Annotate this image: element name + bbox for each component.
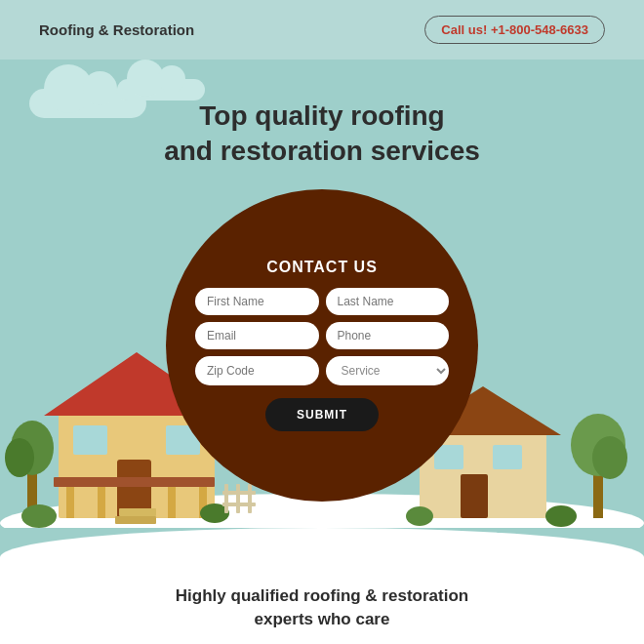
phone-number: +1-800-548-6633: [491, 22, 588, 37]
form-heading: CONTACT US: [266, 259, 378, 276]
header: Roofing & Restoration Call us! +1-800-54…: [0, 0, 644, 60]
logo: Roofing & Restoration: [39, 21, 194, 38]
svg-rect-19: [493, 445, 522, 469]
hero-section: Top quality roofing and restoration serv…: [0, 60, 644, 528]
svg-rect-4: [73, 425, 107, 455]
svg-point-26: [406, 506, 433, 526]
form-row-2: [195, 322, 449, 349]
bottom-section: Highly qualified roofing & restoration e…: [0, 557, 644, 644]
wave-divider: [0, 528, 644, 557]
svg-rect-8: [168, 484, 176, 518]
svg-rect-32: [222, 503, 256, 506]
svg-rect-20: [461, 474, 488, 518]
svg-point-15: [5, 438, 34, 477]
svg-point-23: [592, 436, 627, 479]
cloud-2: [117, 79, 205, 101]
call-button[interactable]: Call us! +1-800-548-6633: [424, 16, 605, 44]
last-name-input[interactable]: [326, 288, 450, 315]
svg-point-27: [545, 505, 577, 527]
phone-input[interactable]: [326, 322, 450, 349]
submit-button[interactable]: SUBMIT: [265, 398, 379, 431]
bottom-title: Highly qualified roofing & restoration e…: [39, 584, 605, 631]
svg-rect-31: [222, 491, 256, 495]
hero-title: Top quality roofing and restoration serv…: [164, 99, 480, 170]
svg-rect-10: [54, 477, 215, 487]
svg-rect-28: [224, 484, 228, 513]
form-row-1: [195, 288, 449, 315]
first-name-input[interactable]: [195, 288, 319, 315]
zip-input[interactable]: [195, 356, 319, 385]
email-input[interactable]: [195, 322, 319, 349]
svg-rect-11: [115, 516, 156, 524]
contact-form-circle: CONTACT US Service Roofing Restoration I…: [166, 189, 478, 502]
service-select[interactable]: Service Roofing Restoration Inspection: [326, 356, 450, 385]
svg-rect-12: [119, 508, 156, 516]
svg-rect-30: [248, 484, 252, 513]
svg-rect-7: [98, 484, 105, 518]
form-row-3: Service Roofing Restoration Inspection: [195, 356, 449, 385]
svg-rect-6: [66, 484, 74, 518]
svg-point-24: [21, 504, 57, 528]
call-label: Call us!: [441, 22, 487, 37]
svg-rect-29: [236, 484, 240, 513]
